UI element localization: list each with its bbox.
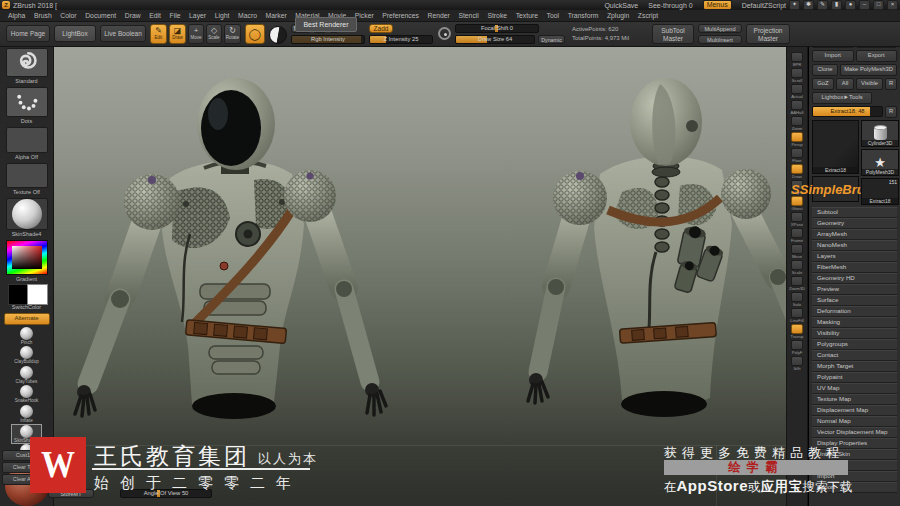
quicksave-button[interactable]: QuickSave (604, 2, 638, 9)
switch-color-swatches[interactable] (7, 283, 47, 303)
right-shelf-button[interactable]: Actual (791, 84, 803, 99)
focal-shift-slider[interactable]: Focal Shift 0 (455, 24, 539, 33)
right-shelf-button[interactable]: Zoom (791, 116, 803, 131)
right-shelf-button[interactable]: Transp (791, 324, 804, 339)
tool-section-row[interactable]: Normal Map (812, 416, 897, 427)
alternate-button[interactable]: Alternate (4, 313, 50, 324)
tool-section-row[interactable]: NanoMesh (812, 240, 897, 251)
simplebrush-thumb[interactable]: S SimpleBrush (812, 176, 859, 202)
tool-section-row[interactable]: Preview (812, 284, 897, 295)
menus-button[interactable]: Menus (703, 0, 732, 10)
tool-section-row[interactable]: UV Map (812, 383, 897, 394)
material-sphere-icon[interactable] (269, 26, 287, 44)
right-shelf-button[interactable]: Scroll (791, 68, 803, 83)
current-brush-thumb[interactable] (6, 48, 48, 77)
tool-section-row[interactable]: Polygroups (812, 339, 897, 350)
menu-item[interactable]: Brush (34, 12, 52, 19)
menu-item[interactable]: Draw (125, 12, 141, 19)
lightbox-button[interactable]: LightBox (54, 25, 96, 42)
right-shelf-button[interactable]: Ghost (791, 196, 803, 211)
draw-size-slider[interactable]: Draw Size 64 (455, 35, 535, 44)
edit-mode-button[interactable]: ✎Edit (150, 24, 167, 44)
import-button[interactable]: Import (812, 50, 854, 62)
clone-button[interactable]: Clone (812, 64, 838, 76)
tool-section-row[interactable]: Polypaint (812, 372, 897, 383)
default-zscript-button[interactable]: DefaultZScript (742, 2, 786, 9)
right-shelf-button[interactable]: Frame (791, 228, 803, 243)
brush-cursor-icon[interactable]: ✎ (817, 0, 828, 10)
home-page-button[interactable]: Home Page (6, 25, 50, 42)
extract-slider[interactable]: Extract18: 48 (812, 106, 883, 117)
rgb-intensity-slider[interactable]: Rgb Intensity (291, 35, 365, 44)
menu-item[interactable]: Transform (568, 12, 599, 19)
menu-item[interactable]: Macro (238, 12, 257, 19)
subtool-master-button[interactable]: SubToolMaster (652, 24, 694, 44)
right-shelf-button[interactable]: XPose (791, 212, 803, 227)
z-intensity-slider[interactable]: Z Intensity 25 (369, 35, 433, 44)
menu-item[interactable]: Alpha (8, 12, 25, 19)
right-shelf-button[interactable]: Move (791, 244, 803, 259)
right-shelf-button[interactable]: BPR (791, 52, 803, 67)
material-thumb[interactable] (6, 198, 48, 230)
current-stroke-thumb[interactable] (6, 87, 48, 116)
color-picker[interactable] (6, 240, 48, 275)
rotate-mode-button[interactable]: ↻Rotate (224, 24, 241, 44)
extract-thumb[interactable]: 151 Extract18 (861, 178, 899, 205)
current-tool-thumb[interactable]: Extract18 (812, 120, 859, 174)
tool-section-row[interactable]: Contact (812, 350, 897, 361)
dynamic-button[interactable]: Dynamic (538, 35, 565, 44)
tool-section-row[interactable]: Deformation (812, 306, 897, 317)
menu-item[interactable]: Zplugin (607, 12, 629, 19)
sculptris-pro-button[interactable]: ◯ (245, 24, 265, 44)
sculpt-viewport[interactable] (54, 46, 786, 506)
menu-item[interactable]: Render (428, 12, 450, 19)
tool-section-row[interactable]: Geometry HD (812, 273, 897, 284)
user-icon[interactable]: ● (845, 0, 856, 10)
right-shelf-button[interactable]: AAHalf (790, 100, 803, 115)
minimize-icon[interactable]: – (859, 0, 870, 10)
move-mode-button[interactable]: +Move (188, 24, 204, 44)
scale-mode-button[interactable]: ◇Scale (206, 24, 222, 44)
projection-master-button[interactable]: ProjectionMaster (746, 24, 790, 44)
export-button[interactable]: Export (856, 50, 898, 62)
tool-section-row[interactable]: Morph Target (812, 361, 897, 372)
tool-section-row[interactable]: Texture Map (812, 394, 897, 405)
goz-button[interactable]: GoZ (812, 78, 834, 90)
menu-item[interactable]: Texture (516, 12, 538, 19)
tool-section-row[interactable]: Subtool (812, 207, 897, 218)
tool-section-row[interactable]: Layers (812, 251, 897, 262)
all-button[interactable]: All (836, 78, 854, 90)
menu-item[interactable]: Preferences (382, 12, 419, 19)
tray-sphere-item[interactable]: Pinch (20, 327, 33, 346)
tray-sphere-item[interactable]: ClayBuildup (14, 346, 39, 365)
menu-item[interactable]: File (170, 12, 181, 19)
menu-item[interactable]: Tool (547, 12, 559, 19)
texture-thumb[interactable] (6, 163, 48, 189)
tray-sphere-item[interactable]: Inflate (20, 405, 33, 424)
alpha-thumb[interactable] (6, 127, 48, 153)
slider-r-button[interactable]: R (885, 106, 897, 118)
zadd-button[interactable]: Zadd (369, 24, 393, 33)
see-through-slider[interactable]: See-through 0 (648, 2, 692, 9)
multi-insert-button[interactable]: MultiInsert (698, 35, 742, 44)
restore-icon[interactable]: □ (873, 0, 884, 10)
right-shelf-button[interactable]: Draw (791, 164, 803, 179)
right-shelf-button[interactable]: LineFill (790, 308, 803, 323)
hand-icon[interactable]: ✱ (803, 0, 814, 10)
lightbox-tools-button[interactable]: Lightbox►Tools (812, 92, 872, 104)
right-shelf-button[interactable]: Zoom3D (789, 276, 805, 291)
live-boolean-button[interactable]: Live Boolean (100, 25, 146, 42)
make-polymesh3d-button[interactable]: Make PolyMesh3D (840, 64, 897, 76)
tray-sphere-item[interactable]: SnakeHook (15, 385, 39, 404)
right-shelf-button[interactable]: Persp (791, 132, 803, 147)
tool-section-row[interactable]: Masking (812, 317, 897, 328)
menu-item[interactable]: Color (60, 12, 76, 19)
tool-section-row[interactable]: Visibility (812, 328, 897, 339)
r-button[interactable]: R (885, 78, 897, 90)
right-shelf-button[interactable]: Floor (791, 148, 803, 163)
cylinder3d-thumb[interactable]: Cylinder3D (861, 120, 899, 147)
tool-section-row[interactable]: Vector Displacement Map (812, 427, 897, 438)
draw-mode-button[interactable]: ◪Draw (169, 24, 186, 44)
tool-section-row[interactable]: Displacement Map (812, 405, 897, 416)
menu-item[interactable]: Picker (355, 12, 374, 19)
